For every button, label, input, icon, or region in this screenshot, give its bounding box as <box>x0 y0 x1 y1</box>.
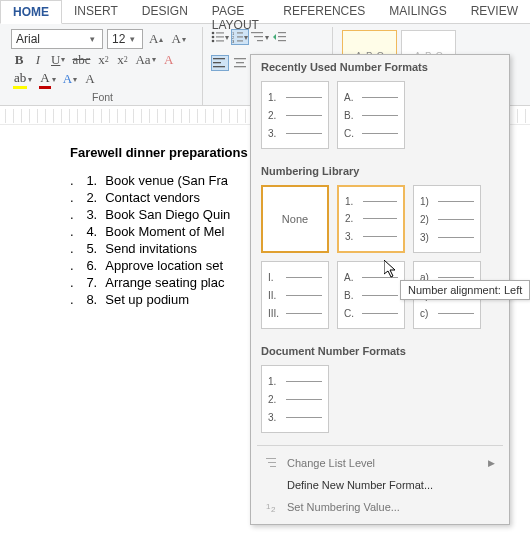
tab-home[interactable]: HOME <box>0 0 62 24</box>
svg-rect-18 <box>213 58 225 59</box>
text-effects-button[interactable]: A▾ <box>61 70 79 88</box>
numbering-value-icon: 12 <box>265 500 279 514</box>
tab-page-layout[interactable]: PAGE LAYOUT <box>200 0 271 23</box>
tab-mailings[interactable]: MAILINGS <box>377 0 458 23</box>
numbering-button[interactable]: 123▾ <box>231 29 249 45</box>
tab-insert[interactable]: INSERT <box>62 0 130 23</box>
font-color-button[interactable]: A▾ <box>37 70 57 88</box>
bold-button[interactable]: B <box>11 51 27 69</box>
numtile-alpha-upper-dot[interactable]: A. B. C. <box>337 261 405 329</box>
svg-rect-5 <box>216 40 224 41</box>
numtile-doc-numeric-dot[interactable]: 1. 2. 3. <box>261 365 329 433</box>
svg-point-4 <box>212 40 215 43</box>
numtile-numeric-paren[interactable]: 1) 2) 3) <box>413 185 481 253</box>
tab-review[interactable]: REVIEW <box>459 0 530 23</box>
svg-point-2 <box>212 36 215 39</box>
highlight-button[interactable]: ab▾ <box>11 70 34 88</box>
svg-rect-16 <box>278 36 286 37</box>
list-level-icon <box>265 456 279 470</box>
font-name-select[interactable]: Arial▾ <box>11 29 103 49</box>
svg-text:2: 2 <box>271 505 276 513</box>
multilevel-list-button[interactable]: ▾ <box>251 29 269 45</box>
numtile-none[interactable]: None <box>261 185 329 253</box>
change-case-button[interactable]: Aa▾ <box>133 51 157 69</box>
shrink-font-button[interactable]: A▾ <box>169 30 187 48</box>
group-font-label: Font <box>11 90 194 105</box>
font-size-select[interactable]: 12▾ <box>107 29 143 49</box>
svg-rect-15 <box>278 32 286 33</box>
clear-formatting-button[interactable]: A <box>161 51 177 69</box>
svg-point-0 <box>212 32 215 35</box>
grow-font-button[interactable]: A▴ <box>147 30 165 48</box>
svg-rect-25 <box>268 462 276 463</box>
tab-design[interactable]: DESIGN <box>130 0 200 23</box>
svg-rect-22 <box>236 62 244 63</box>
svg-rect-12 <box>251 32 263 33</box>
svg-rect-23 <box>234 66 246 67</box>
strikethrough-button[interactable]: abc <box>70 51 92 69</box>
svg-rect-1 <box>216 32 224 33</box>
svg-rect-24 <box>266 458 276 459</box>
subscript-button[interactable]: x2 <box>95 51 111 69</box>
svg-rect-17 <box>278 40 286 41</box>
svg-rect-26 <box>270 466 276 467</box>
decrease-indent-button[interactable] <box>271 29 289 45</box>
font-name-value: Arial <box>16 32 40 46</box>
svg-rect-3 <box>216 36 224 37</box>
define-new-number-format[interactable]: Define New Number Format... <box>255 474 505 496</box>
underline-button[interactable]: U▾ <box>49 51 67 69</box>
italic-button[interactable]: I <box>30 51 46 69</box>
superscript-button[interactable]: x2 <box>114 51 130 69</box>
svg-rect-11 <box>237 40 243 41</box>
svg-text:3: 3 <box>232 39 235 43</box>
char-border-button[interactable]: A <box>82 70 98 88</box>
dd-section-library: Numbering Library <box>251 159 509 181</box>
numtile-recent-numeric-dot[interactable]: 1. 2. 3. <box>261 81 329 149</box>
align-left-button[interactable] <box>211 55 229 71</box>
set-numbering-value[interactable]: 12 Set Numbering Value... <box>255 496 505 518</box>
dd-section-doc: Document Number Formats <box>251 339 509 361</box>
svg-rect-21 <box>234 58 246 59</box>
svg-rect-7 <box>237 32 243 33</box>
svg-rect-14 <box>257 40 263 41</box>
align-center-button[interactable] <box>231 55 249 71</box>
dd-section-recent: Recently Used Number Formats <box>251 55 509 77</box>
ribbon-tabs: HOME INSERT DESIGN PAGE LAYOUT REFERENCE… <box>0 0 530 24</box>
numtile-numeric-dot[interactable]: 1. 2. 3. <box>337 185 405 253</box>
change-list-level[interactable]: Change List Level ▶ <box>255 452 505 474</box>
bullets-button[interactable]: ▾ <box>211 29 229 45</box>
numtile-roman-upper-dot[interactable]: I. II. III. <box>261 261 329 329</box>
font-size-value: 12 <box>112 32 125 46</box>
svg-rect-20 <box>213 66 225 67</box>
svg-rect-13 <box>254 36 263 37</box>
number-alignment-tooltip: Number alignment: Left <box>400 280 530 300</box>
numtile-recent-alpha-upper-dot[interactable]: A. B. C. <box>337 81 405 149</box>
tab-references[interactable]: REFERENCES <box>271 0 377 23</box>
chevron-right-icon: ▶ <box>488 458 495 468</box>
svg-rect-9 <box>237 36 243 37</box>
svg-rect-19 <box>213 62 221 63</box>
group-font: Arial▾ 12▾ A▴ A▾ B I U▾ abc x2 x2 Aa▾ A … <box>3 27 203 105</box>
